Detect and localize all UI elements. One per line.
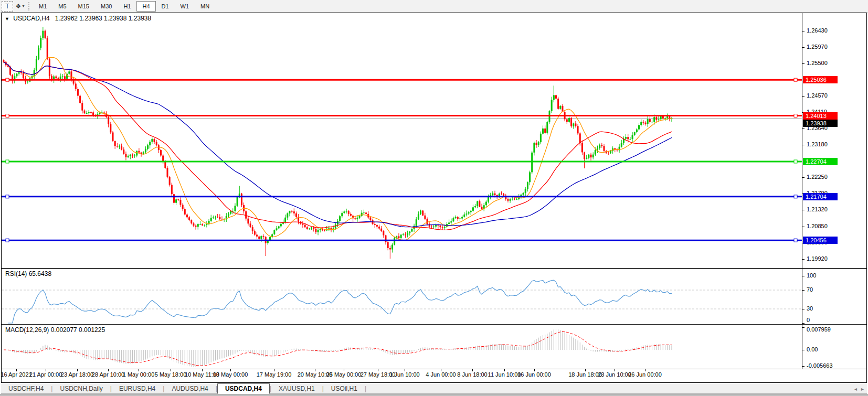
timeframe-button-mn[interactable]: MN	[195, 1, 215, 12]
timeframe-button-m15[interactable]: M15	[72, 1, 95, 12]
time-tick	[344, 369, 344, 371]
price-tick-1.24570: 1.24570	[807, 92, 828, 99]
time-tick	[441, 369, 441, 371]
time-axis: 16 Apr 202121 Apr 00:0023 Apr 18:0028 Ap…	[2, 369, 866, 382]
time-tick	[46, 369, 46, 371]
macd-histogram	[4, 329, 672, 367]
time-tick	[171, 369, 171, 371]
main-chart-canvas[interactable]	[2, 13, 802, 268]
tab-usdcad-h4[interactable]: USDCAD,H4	[217, 383, 270, 394]
macd-label: MACD(12,26,9) 0.002077 0.001225	[5, 326, 105, 334]
macd-canvas[interactable]	[2, 325, 802, 369]
current-price-tag: 1.23938	[803, 120, 838, 127]
timeframe-button-m1[interactable]: M1	[33, 1, 52, 12]
top-toolbar: T ❖ ▾ M1M5M15M30H1H4D1W1MN	[0, 0, 868, 13]
horizontal-line-1.25036[interactable]	[2, 78, 802, 81]
time-tick	[615, 369, 615, 371]
time-tick	[202, 369, 203, 371]
price-tag-1.25036: 1.25036	[803, 76, 838, 83]
timeframe-button-h1[interactable]: H1	[118, 1, 136, 12]
time-tick	[378, 369, 378, 371]
tab-usdcnh-daily[interactable]: USDCNH,Daily	[52, 383, 110, 394]
time-tick	[77, 369, 78, 371]
time-tick	[139, 369, 139, 371]
rsi-tick-30: 30	[807, 305, 813, 312]
pane-separator[interactable]	[2, 324, 866, 325]
price-tick-1.22250: 1.22250	[807, 174, 828, 180]
price-tick-1.25970: 1.25970	[807, 44, 828, 50]
rsi-tick-100: 100	[807, 272, 816, 279]
price-tag-1.20456: 1.20456	[803, 237, 838, 244]
time-tick	[315, 369, 315, 371]
time-tick	[472, 369, 473, 371]
time-label: 16 Jun 00:00	[510, 371, 558, 378]
timeframe-button-m5[interactable]: M5	[52, 1, 72, 12]
horizontal-line-1.20456[interactable]	[2, 239, 802, 242]
price-tick-1.23180: 1.23180	[807, 141, 828, 147]
price-tick-1.25500: 1.25500	[807, 60, 828, 66]
timeframe-button-d1[interactable]: D1	[156, 1, 175, 12]
MA-fast-line	[4, 57, 672, 240]
objects-icon: ❖	[16, 3, 22, 10]
tab-usdchf-h4[interactable]: USDCHF,H4	[1, 383, 51, 394]
chart-title: ▼ USDCAD,H4 1.23962 1.23963 1.23938 1.23…	[5, 15, 151, 22]
tab-usoil-h1[interactable]: USOil,H1	[324, 383, 365, 394]
tab-scroll-right-icon[interactable]: ▸	[861, 386, 864, 392]
candles-layer	[3, 27, 673, 259]
horizontal-line-1.24013[interactable]	[2, 114, 802, 117]
time-tick	[585, 369, 586, 371]
chart-symbol: USDCAD,H4	[13, 15, 49, 22]
timeframe-button-h4[interactable]: H4	[136, 1, 155, 12]
tab-xauusd-h1[interactable]: XAUUSD,H1	[271, 383, 322, 394]
chart-tab-bar: USDCHF,H4|USDCNH,Daily|EURUSD,H4|AUDUSD,…	[1, 383, 867, 394]
chart-window: ▼ USDCAD,H4 1.23962 1.23963 1.23938 1.23…	[1, 13, 867, 383]
time-tick	[230, 369, 231, 371]
time-label: 13 May 00:00	[206, 371, 255, 378]
horizontal-line-1.22704[interactable]	[2, 160, 802, 163]
time-tick	[16, 369, 17, 371]
time-tick	[645, 369, 645, 371]
price-tick-1.21320: 1.21320	[807, 206, 828, 212]
MA-slow-line	[4, 62, 672, 227]
price-tag-1.21704: 1.21704	[803, 193, 838, 200]
price-axis-line	[802, 13, 802, 369]
chart-quotes: 1.23962 1.23963 1.23938 1.23938	[55, 15, 152, 22]
rsi-line	[8, 280, 672, 323]
price-tick-1.20850: 1.20850	[807, 223, 828, 229]
tab-scroll-left-icon[interactable]: ◂	[854, 386, 857, 392]
timeframe-button-w1[interactable]: W1	[175, 1, 195, 12]
rsi-tick-0: 0	[807, 317, 810, 323]
toolbar-drag-handle[interactable]	[28, 2, 31, 10]
price-tick-1.26430: 1.26430	[807, 27, 828, 34]
text-tool-icon: T	[5, 3, 9, 10]
chart-dropdown-icon[interactable]: ▼	[5, 16, 9, 22]
timeframe-button-m30[interactable]: M30	[95, 1, 118, 12]
time-tick	[504, 369, 505, 371]
macd-tick-0.00: 0.00	[807, 346, 818, 352]
time-tick	[405, 369, 405, 371]
chevron-down-icon: ▾	[22, 4, 24, 8]
price-tag-1.22704: 1.22704	[803, 158, 838, 165]
timeframe-group: M1M5M15M30H1H4D1W1MN	[33, 1, 215, 12]
tab-eurusd-h4[interactable]: EURUSD,H4	[112, 383, 163, 394]
rsi-canvas[interactable]	[2, 269, 802, 324]
time-tick	[534, 369, 535, 371]
price-tag-1.24013: 1.24013	[803, 112, 838, 120]
text-tool-button[interactable]: T	[2, 1, 13, 12]
macd-tick--0.005663: -0.005663	[807, 362, 833, 369]
macd-tick-0.007959: 0.007959	[807, 326, 831, 333]
price-tick-1.19920: 1.19920	[807, 255, 828, 262]
time-tick	[274, 369, 274, 371]
time-tick	[108, 369, 109, 371]
pane-separator[interactable]	[2, 268, 866, 269]
rsi-tick-70: 70	[807, 286, 813, 293]
terminal-screen: T ❖ ▾ M1M5M15M30H1H4D1W1MN ▼ USDCAD,H4 1…	[0, 0, 868, 396]
tab-separator: |	[365, 385, 366, 392]
rsi-label: RSI(14) 65.6438	[5, 270, 51, 277]
objects-button[interactable]: ❖ ▾	[14, 1, 26, 12]
tab-audusd-h4[interactable]: AUDUSD,H4	[164, 383, 215, 394]
horizontal-line-1.21704[interactable]	[2, 195, 802, 198]
MA-mid-line	[4, 62, 672, 230]
time-label: 26 Jun 00:00	[621, 371, 669, 378]
